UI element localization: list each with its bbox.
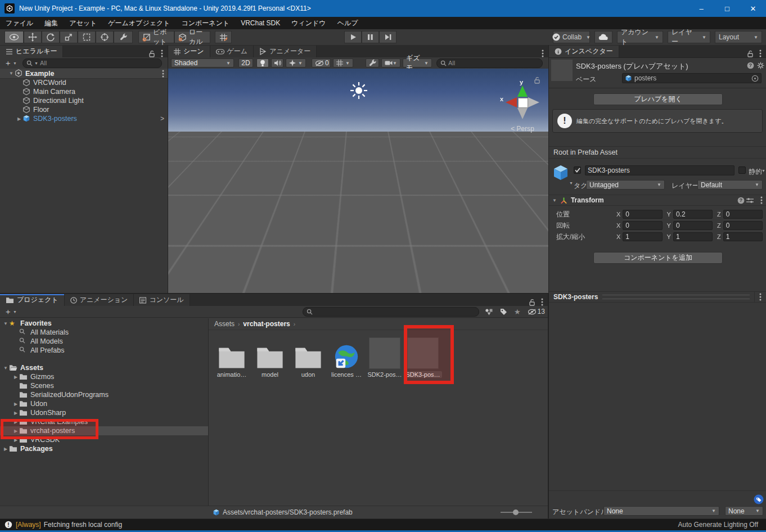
- minimize-button[interactable]: –: [688, 0, 714, 17]
- menu-item-[interactable]: ファイル: [0, 17, 39, 29]
- cloud-services-button[interactable]: [594, 31, 612, 43]
- asset-item-animatio[interactable]: animatio…: [213, 333, 250, 378]
- preview-menu-button[interactable]: [754, 292, 766, 302]
- rotate-tool-button[interactable]: [42, 31, 60, 43]
- gizmo-x-cone[interactable]: [506, 97, 517, 107]
- foldout-arrow[interactable]: ▼: [2, 321, 9, 326]
- icon-picker-arrow[interactable]: ▼: [569, 181, 573, 185]
- menu-item-[interactable]: アセット: [64, 17, 102, 29]
- step-button[interactable]: [379, 31, 396, 43]
- rect-tool-button[interactable]: [78, 31, 96, 43]
- scene-search[interactable]: [436, 58, 543, 68]
- tag-dropdown[interactable]: Untagged▼: [586, 180, 665, 190]
- gizmo-z-cone[interactable]: [528, 97, 539, 107]
- thumbnail-zoom-slider[interactable]: [501, 512, 532, 513]
- hierarchy-item-menu-icon[interactable]: [162, 70, 164, 78]
- inspector-lock-icon[interactable]: [747, 50, 754, 57]
- scene-lighting-button[interactable]: [256, 58, 269, 67]
- project-tree-item-all-prefabs[interactable]: All Prefabs: [0, 346, 208, 355]
- static-checkbox[interactable]: [738, 166, 746, 174]
- gear-icon[interactable]: [757, 62, 764, 69]
- project-tree-item-assets[interactable]: ▼Assets: [0, 363, 208, 372]
- gizmo-down-cone[interactable]: [517, 108, 528, 119]
- scene-search-input[interactable]: [448, 60, 539, 66]
- transform-foldout-arrow[interactable]: ▼: [552, 198, 557, 203]
- menu-item-[interactable]: 編集: [39, 17, 64, 29]
- create-dropdown-arrow[interactable]: ▼: [13, 61, 17, 65]
- hierarchy-item-floor[interactable]: Floor: [0, 105, 168, 114]
- foldout-arrow[interactable]: ▶: [12, 402, 19, 407]
- prefab-chevron[interactable]: >: [160, 115, 164, 123]
- gameobject-name-field[interactable]: SDK3-posters: [585, 165, 735, 175]
- project-tree-item-gizmos[interactable]: ▶Gizmos: [0, 372, 208, 381]
- transform--x-field[interactable]: 1: [623, 232, 662, 241]
- project-tree-item-serializedudonprograms[interactable]: SerializedUdonPrograms: [0, 390, 208, 399]
- pause-button[interactable]: [362, 31, 379, 43]
- local-toggle-button[interactable]: ローカル: [174, 31, 210, 43]
- hierarchy-search[interactable]: ▼: [22, 58, 162, 68]
- assetbundle-variant-dropdown[interactable]: None▼: [725, 506, 763, 516]
- search-by-type-icon[interactable]: [485, 308, 493, 315]
- persp-label[interactable]: < Persp: [501, 125, 544, 133]
- hierarchy-item-vrcworld[interactable]: VRCWorld: [0, 78, 168, 87]
- lock-icon[interactable]: [148, 50, 155, 57]
- gizmo-center-cube[interactable]: [518, 98, 528, 108]
- object-picker-icon[interactable]: [751, 75, 759, 82]
- scale-tool-button[interactable]: [60, 31, 78, 43]
- foldout-arrow[interactable]: ▶: [12, 429, 19, 434]
- project-tree-item-all-models[interactable]: All Models: [0, 337, 208, 346]
- foldout-arrow[interactable]: ▶: [16, 116, 22, 121]
- layout-dropdown[interactable]: Layout▼: [715, 31, 762, 43]
- foldout-arrow[interactable]: ▶: [2, 447, 9, 452]
- tab-[interactable]: アニメーション: [65, 294, 134, 306]
- project-create-button[interactable]: ＋: [4, 308, 12, 315]
- collab-dropdown[interactable]: Collab▼: [553, 31, 590, 43]
- scene-viewport[interactable]: udon y x < Persp: [168, 69, 548, 293]
- shading-mode-dropdown[interactable]: Shaded▼: [171, 58, 234, 67]
- project-create-dropdown-arrow[interactable]: ▼: [13, 310, 17, 314]
- hidden-packages-count[interactable]: 13: [528, 308, 545, 315]
- project-lock-icon[interactable]: [529, 299, 535, 306]
- foldout-arrow[interactable]: ▶: [12, 438, 19, 443]
- poster-quad-3[interactable]: [339, 174, 377, 229]
- project-search[interactable]: [303, 307, 479, 317]
- menu-item-vrchat-sdk[interactable]: VRChat SDK: [235, 17, 286, 29]
- foldout-arrow[interactable]: ▼: [8, 71, 15, 76]
- hierarchy-search-input[interactable]: [40, 60, 158, 66]
- scene-menu-icon[interactable]: [542, 49, 544, 57]
- pivot-toggle-button[interactable]: ピボット: [138, 31, 174, 43]
- hierarchy-item-directional-light[interactable]: Directional Light: [0, 96, 168, 105]
- transform-tool-button[interactable]: [96, 31, 114, 43]
- status-message[interactable]: Fetching fresh local config: [44, 521, 122, 529]
- project-tree-item-vrchat-examples[interactable]: ▶VRChat Examples: [0, 417, 208, 426]
- favorites-filter-icon[interactable]: ★: [514, 308, 521, 316]
- preview-drag-handle[interactable]: [602, 295, 750, 299]
- scene-audio-button[interactable]: [271, 58, 283, 67]
- status-warning-icon[interactable]: !: [4, 521, 12, 529]
- tab-inspector[interactable]: iインスペクター: [549, 46, 619, 57]
- asset-item-udon[interactable]: udon: [290, 333, 327, 378]
- close-button[interactable]: ✕: [740, 0, 766, 17]
- transform--y-field[interactable]: 1: [673, 232, 713, 241]
- asset-item-sdk2-pos[interactable]: SDK2-pos…: [366, 333, 403, 378]
- transform--z-field[interactable]: 0: [723, 221, 763, 230]
- scene-visibility-button[interactable]: 0: [312, 58, 331, 67]
- scene-effects-dropdown[interactable]: ▼: [286, 58, 306, 67]
- help-icon[interactable]: ?: [747, 62, 754, 69]
- hierarchy-item-main-camera[interactable]: Main Camera: [0, 87, 168, 96]
- gizmos-dropdown[interactable]: ギズモ▼: [403, 58, 432, 67]
- poster-quad-1[interactable]: [256, 177, 293, 227]
- tab-hierarchy[interactable]: ヒエラルキー: [0, 46, 63, 57]
- hierarchy-item-sdk3-posters[interactable]: ▶SDK3-posters>: [0, 114, 168, 123]
- project-menu-icon[interactable]: [541, 298, 543, 306]
- foldout-arrow[interactable]: ▶: [12, 411, 19, 416]
- breadcrumb-vrchat-posters[interactable]: vrchat-posters: [243, 320, 290, 328]
- poster-quad-4[interactable]: [386, 175, 426, 234]
- project-search-input[interactable]: [314, 308, 475, 315]
- project-tree-item-scenes[interactable]: Scenes: [0, 381, 208, 390]
- preview-header[interactable]: SDK3-posters: [549, 291, 766, 303]
- tab-[interactable]: アニメーター: [254, 46, 317, 57]
- inspector-menu-icon[interactable]: [759, 49, 762, 57]
- transform-menu-icon[interactable]: [760, 196, 763, 204]
- asset-item-licences[interactable]: licences …: [328, 333, 365, 378]
